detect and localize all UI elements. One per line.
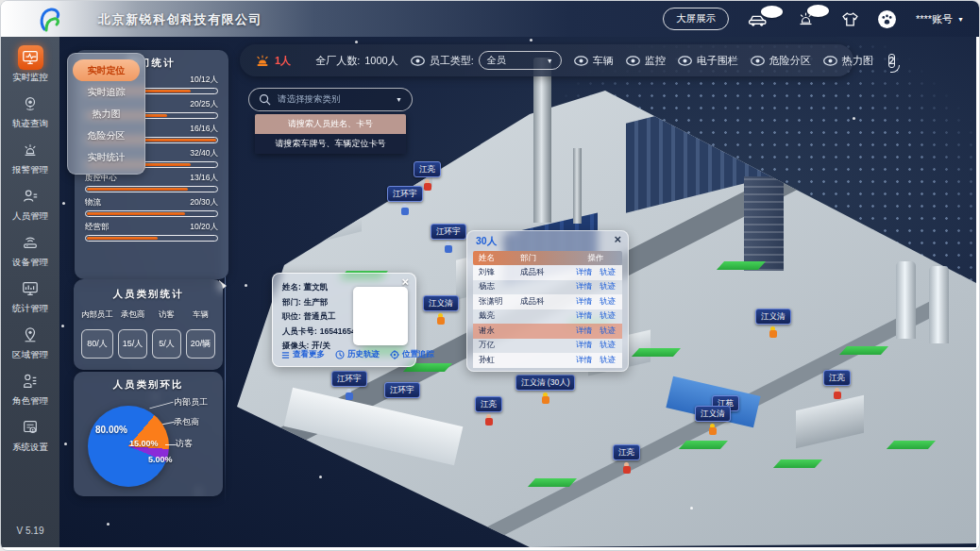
table-row[interactable]: 杨志详情轨迹 — [473, 280, 622, 295]
sidebar-item-5[interactable]: 设备管理 — [12, 230, 48, 269]
layer-toggle-4[interactable]: 热力图 — [823, 54, 873, 68]
menu-item[interactable]: 实时追踪 — [73, 81, 140, 103]
header-actions: 大屏展示 ****账号 ▼ — [663, 1, 964, 37]
action-history-button[interactable]: 历史轨迹 — [335, 349, 380, 360]
table-row[interactable]: 戴亮详情轨迹 — [473, 309, 622, 325]
worker-figure — [445, 242, 452, 253]
worker-body — [445, 245, 452, 253]
map-entity[interactable]: 江环宇 — [431, 224, 466, 253]
detail-link[interactable]: 详情 — [576, 355, 592, 366]
search-input[interactable]: 请选择搜索类别 ▼ — [248, 88, 413, 111]
menu-item[interactable]: 实时定位 — [73, 59, 140, 81]
track-link[interactable]: 轨迹 — [600, 340, 616, 351]
worker-body — [542, 396, 549, 404]
dept-bar-row: 物流20/30人 — [85, 199, 218, 217]
detail-link[interactable]: 详情 — [576, 326, 592, 337]
account-label: ****账号 — [916, 12, 953, 26]
role-icon — [18, 369, 43, 393]
detail-link[interactable]: 详情 — [576, 281, 592, 292]
sidebar-item-6[interactable]: 统计管理 — [12, 276, 48, 315]
map-entity[interactable]: 江亮 — [823, 370, 851, 399]
history-icon — [335, 350, 345, 359]
panel-title: 人员类别环比 — [74, 378, 223, 392]
employee-type-select[interactable]: 全员 ▼ — [479, 51, 562, 70]
layer-toggle-1[interactable]: 监控 — [626, 54, 666, 68]
detail-link[interactable]: 详情 — [576, 267, 592, 278]
category-label: 内部员工 — [81, 309, 113, 321]
track-link[interactable]: 轨迹 — [600, 267, 616, 278]
view-2d-label: 2 — [889, 56, 895, 66]
worker-figure — [709, 424, 717, 435]
paw-icon[interactable] — [877, 9, 897, 29]
map-entity[interactable]: 江环宇 — [387, 186, 423, 215]
track-link[interactable]: 轨迹 — [600, 355, 616, 366]
table-row[interactable]: 谢永详情轨迹 — [473, 324, 622, 339]
detail-link[interactable]: 详情 — [576, 340, 592, 351]
track-link[interactable]: 轨迹 — [600, 296, 616, 308]
map-entity[interactable]: 江环宇 — [384, 382, 420, 398]
panel-title: 人员类别统计 — [81, 288, 215, 301]
sidebar-item-3[interactable]: 报警管理 — [12, 138, 48, 176]
sidebar-item-4[interactable]: 人员管理 — [12, 184, 48, 223]
detail-link[interactable]: 详情 — [576, 310, 592, 322]
table-row[interactable]: 张潇明成品科详情轨迹 — [473, 294, 622, 309]
action-locate-button[interactable]: 位置追踪 — [390, 349, 434, 360]
sidebar-item-9[interactable]: 系统设置 — [12, 415, 48, 454]
sidebar-item-7[interactable]: 区域管理 — [12, 323, 48, 361]
employee-type-label: 员工类型: — [430, 54, 474, 68]
dept-bar-labels: 质控中心13/16人 — [85, 175, 218, 184]
menu-item[interactable]: 危险分区 — [73, 125, 140, 146]
alarm-alert-icon[interactable] — [798, 11, 814, 26]
sidebar-item-2[interactable]: 轨迹查询 — [12, 92, 48, 130]
layer-toggle-3[interactable]: 危险分区 — [751, 54, 811, 68]
close-icon[interactable]: × — [614, 232, 621, 247]
layer-toggle-0[interactable]: 车辆 — [574, 54, 614, 68]
alarm-indicator[interactable]: 1人 — [255, 54, 291, 68]
column-header: 姓名 — [473, 253, 520, 264]
company-name: 北京新锐科创科技有限公司 — [98, 11, 262, 28]
track-link[interactable]: 轨迹 — [600, 281, 616, 292]
table-row[interactable]: 刘锋成品科详情轨迹 — [473, 265, 622, 280]
category-col: 承包商15/人 — [118, 309, 147, 359]
row-operations: 详情轨迹 — [569, 340, 622, 351]
map-entity[interactable]: 江义清 — [423, 295, 459, 325]
shirt-icon[interactable] — [842, 12, 858, 26]
sidebar-item-1[interactable]: 实时监控 — [12, 45, 48, 84]
sidebar-item-8[interactable]: 角色管理 — [12, 369, 48, 408]
dept-bar-row: 经营部10/20人 — [85, 224, 218, 242]
pie-value-label: 5.00% — [148, 455, 173, 464]
map-entity[interactable]: 江环宇 — [331, 371, 367, 400]
table-body: 刘锋成品科详情轨迹杨志详情轨迹张潇明成品科详情轨迹戴亮详情轨迹谢永详情轨迹万亿详… — [473, 265, 622, 368]
category-col: 访客5/人 — [152, 309, 181, 359]
map-entity[interactable]: 江亮 — [475, 396, 502, 426]
search-option[interactable]: 请搜索车牌号、车辆定位卡号 — [255, 134, 406, 154]
search-option[interactable]: 请搜索人员姓名、卡号 — [255, 114, 406, 134]
eye-icon — [751, 56, 765, 66]
track-link[interactable]: 轨迹 — [600, 310, 616, 322]
map-entity[interactable]: 江义清 — [755, 309, 791, 338]
map-entity[interactable]: 江义清 — [695, 406, 731, 435]
account-menu[interactable]: ****账号 ▼ — [916, 12, 964, 26]
vehicle-alert-icon[interactable] — [748, 12, 768, 26]
worker-body — [709, 427, 717, 435]
field-label: 姓名: — [282, 282, 301, 292]
layer-toggle-2[interactable]: 电子围栏 — [678, 54, 738, 68]
category-grid: 内部员工80/人承包商15/人访客5/人车辆20/辆 — [81, 309, 215, 359]
table-row[interactable]: 万亿详情轨迹 — [473, 339, 622, 354]
table-row[interactable]: 孙虹详情轨迹 — [473, 353, 622, 368]
dept-name: 经营部 — [85, 222, 110, 233]
menu-item[interactable]: 热力图 — [73, 103, 140, 125]
menu-icon — [281, 351, 290, 359]
map-entity[interactable]: 江义清 (30人) — [515, 375, 575, 404]
view-2d-toggle[interactable]: 2 — [888, 54, 896, 68]
monitor-icon — [18, 45, 43, 70]
chevron-down-icon: ▼ — [547, 58, 553, 64]
toggle-label: 车辆 — [593, 54, 614, 68]
map-entity[interactable]: 江亮 — [613, 444, 640, 474]
menu-item[interactable]: 实时统计 — [73, 146, 140, 168]
detail-link[interactable]: 详情 — [576, 296, 592, 308]
chevron-down-icon: ▼ — [396, 96, 402, 103]
track-link[interactable]: 轨迹 — [600, 326, 616, 337]
big-screen-button[interactable]: 大屏展示 — [663, 8, 729, 30]
action-menu-button[interactable]: 查看更多 — [281, 349, 325, 360]
